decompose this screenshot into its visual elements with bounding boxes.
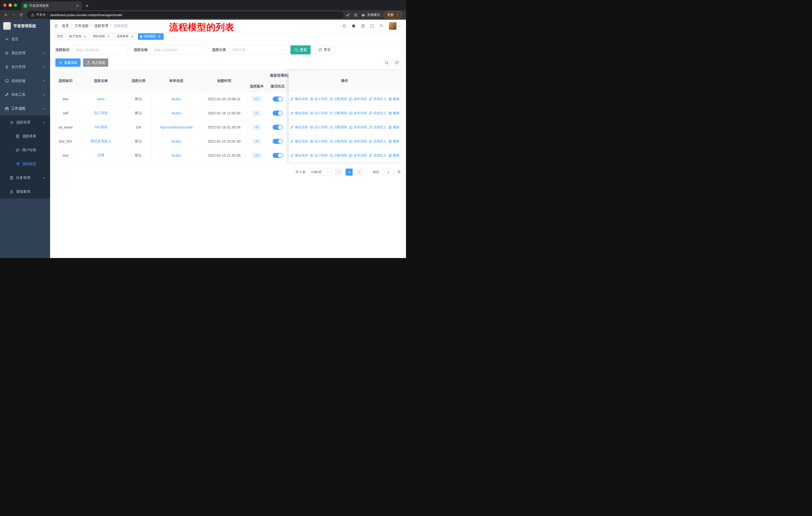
action-publish-link[interactable]: 发布流程 [349, 111, 367, 115]
user-menu[interactable] [389, 22, 402, 30]
active-toggle[interactable] [272, 153, 283, 158]
active-toggle[interactable] [272, 125, 283, 130]
action-delete-link[interactable]: 删除 [388, 153, 400, 158]
sidebar-item-devtools[interactable]: 研发工具 [0, 88, 50, 102]
action-design-link[interactable]: 设计流程 [310, 97, 327, 101]
breadcrumb-item[interactable]: 工作流程 [69, 24, 89, 28]
action-assign-rule-link[interactable]: 分配规则 [329, 139, 347, 144]
sidebar-item-process-model[interactable]: 流程模型 [0, 157, 50, 171]
new-tab-button[interactable] [84, 2, 91, 9]
browser-tab[interactable]: 芋道管理系统 [21, 1, 82, 10]
sidebar-item-payment[interactable]: 支付管理 [0, 60, 50, 74]
collapse-sidebar-button[interactable] [54, 24, 58, 28]
user-avatar[interactable] [389, 22, 397, 30]
close-icon[interactable] [157, 34, 161, 38]
action-edit-link[interactable]: 修改流程 [290, 97, 308, 101]
import-process-button[interactable]: 导入流程 [83, 58, 108, 67]
action-definition-link[interactable]: 流程定义 [369, 97, 386, 101]
action-assign-rule-link[interactable]: 分配规则 [329, 111, 347, 115]
action-delete-link[interactable]: 删除 [388, 139, 400, 144]
menu-dots-icon[interactable] [396, 13, 400, 17]
active-toggle[interactable] [272, 111, 283, 116]
action-edit-link[interactable]: 修改流程 [290, 139, 308, 144]
process-name-link[interactable]: 自己审批 [94, 111, 108, 115]
show-search-toggle-button[interactable] [383, 59, 390, 66]
search-button[interactable]: 搜索 [290, 45, 311, 54]
action-definition-link[interactable]: 流程定义 [369, 153, 386, 158]
action-edit-link[interactable]: 修改流程 [290, 153, 308, 158]
action-publish-link[interactable]: 发布流程 [349, 97, 367, 101]
category-select[interactable]: 流程分类 [229, 45, 287, 54]
action-definition-link[interactable]: 流程定义 [369, 125, 386, 130]
reset-button[interactable]: 重置 [314, 45, 335, 54]
active-toggle[interactable] [272, 97, 283, 102]
breadcrumb-item[interactable]: 首页 [62, 24, 69, 28]
action-assign-rule-link[interactable]: 分配规则 [329, 125, 347, 130]
action-design-link[interactable]: 设计流程 [310, 111, 327, 115]
process-name-link[interactable]: OA 请假 [94, 125, 107, 130]
page-size-select[interactable]: 10条/页 [309, 168, 332, 175]
next-page-button[interactable] [356, 168, 363, 175]
reload-button[interactable] [18, 11, 25, 19]
sidebar-item-process-form[interactable]: 流程表单 [0, 129, 50, 143]
action-delete-link[interactable]: 删除 [388, 97, 400, 101]
sidebar-item-user-group[interactable]: 用户分组 [0, 143, 50, 157]
tag-tenant[interactable]: 租户管理 [67, 33, 89, 40]
action-design-link[interactable]: 设计流程 [310, 125, 327, 130]
action-publish-link[interactable]: 发布流程 [349, 153, 367, 158]
form-info-link[interactable]: biubiu [172, 139, 181, 143]
sidebar-item-process-management[interactable]: 流程管理 [0, 115, 50, 129]
action-definition-link[interactable]: 流程定义 [369, 111, 386, 115]
back-button[interactable] [2, 11, 9, 19]
process-name-input[interactable] [151, 45, 206, 54]
create-process-button[interactable]: 新建流程 [55, 58, 81, 67]
process-name-link[interactable]: 滔博 [97, 153, 105, 158]
breadcrumb-item[interactable]: 流程管理 [89, 24, 108, 28]
action-edit-link[interactable]: 修改流程 [290, 111, 308, 115]
tag-home[interactable]: 首页 [55, 33, 65, 40]
github-button[interactable] [352, 24, 356, 28]
form-info-link[interactable]: biubiu [172, 97, 181, 101]
chrome-update-button[interactable]: 更新 [384, 11, 402, 19]
close-icon[interactable] [83, 34, 87, 38]
password-key-icon[interactable] [346, 13, 350, 17]
forward-button[interactable] [10, 11, 17, 19]
goto-page-input[interactable] [383, 168, 394, 175]
sidebar-item-home[interactable]: 首页 [0, 32, 50, 46]
form-info-link[interactable]: biubiu [172, 111, 181, 115]
action-assign-rule-link[interactable]: 分配规则 [329, 153, 347, 158]
action-delete-link[interactable]: 删除 [388, 125, 400, 130]
action-definition-link[interactable]: 流程定义 [369, 139, 386, 144]
action-delete-link[interactable]: 删除 [388, 111, 400, 115]
process-name-link[interactable]: 测试多审批人 [90, 139, 112, 144]
window-zoom-button[interactable] [14, 3, 17, 7]
font-size-button[interactable] [380, 24, 384, 28]
action-publish-link[interactable]: 发布流程 [349, 125, 367, 130]
active-toggle[interactable] [272, 139, 283, 144]
action-design-link[interactable]: 设计流程 [310, 153, 327, 158]
action-assign-rule-link[interactable]: 分配规则 [329, 97, 347, 101]
process-key-input[interactable] [72, 45, 128, 54]
sidebar-item-system[interactable]: 系统管理 [0, 46, 50, 60]
close-icon[interactable] [107, 34, 111, 38]
tag-process-form[interactable]: 流程表单 [114, 33, 137, 40]
tag-my-process[interactable]: 我的流程 [91, 33, 113, 40]
process-name-link[interactable]: eeee [97, 97, 105, 101]
sidebar-item-task-management[interactable]: 任务管理 [0, 171, 50, 185]
url-text[interactable]: dashboard.yudao.iocoder.cn/bpm/manager/m… [50, 13, 122, 17]
security-indicator[interactable]: 不安全 [31, 12, 46, 17]
form-info-link[interactable]: /bpm/oa/leave/create [160, 125, 193, 129]
sidebar-item-infrastructure[interactable]: 基础设施 [0, 74, 50, 88]
fullscreen-button[interactable] [370, 24, 374, 28]
window-minimize-button[interactable] [8, 3, 12, 7]
window-close-button[interactable] [3, 3, 6, 7]
global-search-button[interactable] [342, 24, 346, 28]
sidebar-item-leave-query[interactable]: 请假查询 [0, 185, 50, 198]
address-bar[interactable]: 不安全 dashboard.yudao.iocoder.cn/bpm/manag… [27, 11, 344, 19]
sidebar-item-workflow[interactable]: 工作流程 [0, 102, 50, 115]
tag-process-model[interactable]: 流程模型 [138, 33, 164, 40]
tab-close-icon[interactable] [76, 4, 80, 8]
help-button[interactable] [361, 24, 365, 28]
action-design-link[interactable]: 设计流程 [310, 139, 327, 144]
prev-page-button[interactable] [335, 168, 342, 175]
